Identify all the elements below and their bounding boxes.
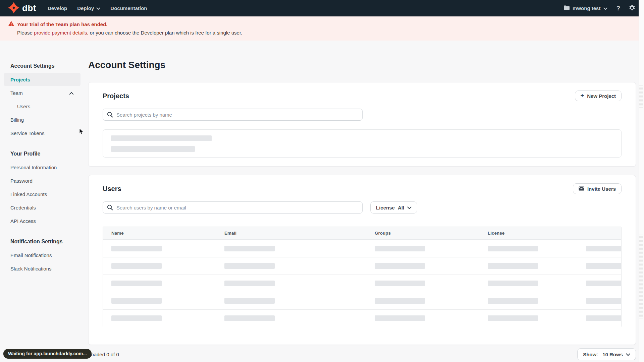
skeleton-bar — [111, 146, 195, 152]
skeleton-bar — [488, 246, 538, 251]
account-name: mwong test — [573, 5, 600, 11]
gear-icon[interactable] — [629, 5, 635, 12]
license-filter-dropdown[interactable]: License All — [370, 201, 417, 214]
skeleton-bar — [488, 315, 538, 321]
skeleton-bar — [224, 281, 275, 286]
projects-card-title: Projects — [103, 92, 129, 100]
sidebar-section-header-your-profile: Your Profile — [4, 147, 80, 161]
alert-triangle-icon — [8, 21, 14, 28]
folder-icon — [564, 5, 570, 11]
page-scrollbar[interactable] — [639, 0, 644, 362]
main-content: Account Settings Projects + New Project — [88, 59, 636, 360]
skeleton-bar — [111, 315, 162, 321]
users-table-footer: Loaded 0 of 0 Show: 10 Rows — [88, 348, 636, 360]
sidebar-section-header-account-settings: Account Settings — [4, 59, 80, 73]
page-title: Account Settings — [88, 59, 636, 71]
skeleton-bar — [224, 246, 275, 251]
plus-icon: + — [581, 93, 584, 99]
users-search — [103, 201, 363, 214]
sidebar-item-users[interactable]: Users — [4, 100, 80, 113]
skeleton-bar — [375, 281, 425, 286]
sidebar-item-team[interactable]: Team — [4, 86, 80, 100]
projects-card: Projects + New Project — [88, 82, 636, 167]
skeleton-bar — [111, 281, 162, 286]
sidebar-item-label: Users — [17, 104, 30, 109]
column-header-name: Name — [103, 231, 224, 236]
banner-title: Your trial of the Team plan has ended. — [17, 21, 108, 27]
skeleton-bar — [488, 281, 538, 286]
sidebar-item-personal-information[interactable]: Personal Information — [4, 161, 80, 174]
sidebar-section-header-notification-settings: Notification Settings — [4, 235, 80, 248]
chevron-down-icon — [626, 352, 630, 357]
banner-body: Please provide payment details, or you c… — [17, 30, 636, 36]
main-menu: Develop Deploy Documentation — [48, 5, 147, 11]
skeleton-bar — [224, 315, 275, 321]
sidebar-item-label: API Access — [10, 218, 36, 224]
sidebar-item-email-notifications[interactable]: Email Notifications — [4, 248, 80, 262]
sidebar-item-service-tokens[interactable]: Service Tokens — [4, 126, 80, 140]
users-card-title: Users — [103, 185, 121, 193]
invite-users-button[interactable]: Invite Users — [573, 183, 622, 194]
skeleton-bar — [586, 298, 621, 304]
chevron-down-icon — [603, 5, 607, 11]
nav-item-deploy[interactable]: Deploy — [77, 5, 100, 11]
skeleton-bar — [375, 263, 425, 269]
chevron-down-icon — [407, 205, 412, 210]
sidebar-item-label: Projects — [10, 77, 30, 82]
sidebar-item-label: Personal Information — [10, 165, 57, 170]
skeleton-bar — [111, 298, 162, 304]
scrollbar-shimmer — [639, 85, 643, 108]
dbt-logo-icon — [8, 2, 19, 15]
sidebar-item-label: Linked Accounts — [10, 191, 47, 197]
sidebar-item-password[interactable]: Password — [4, 174, 80, 187]
users-search-input[interactable] — [103, 201, 363, 214]
skeleton-bar — [375, 298, 425, 304]
table-row — [103, 309, 621, 327]
top-navbar: dbt Develop Deploy Documentation mwong t… — [0, 0, 644, 16]
nav-item-develop[interactable]: Develop — [48, 5, 67, 11]
sidebar-item-label: Service Tokens — [10, 130, 44, 136]
table-row — [103, 292, 621, 309]
projects-search — [103, 109, 363, 121]
sidebar-item-label: Credentials — [10, 205, 36, 210]
dbt-logo[interactable]: dbt — [8, 2, 36, 15]
sidebar-item-linked-accounts[interactable]: Linked Accounts — [4, 187, 80, 201]
skeleton-bar — [586, 315, 621, 321]
skeleton-bar — [586, 263, 621, 269]
table-row — [103, 275, 621, 292]
trial-ended-banner: Your trial of the Team plan has ended. P… — [0, 16, 644, 41]
chevron-up-icon — [69, 90, 74, 96]
search-icon — [107, 112, 113, 119]
provide-payment-details-link[interactable]: provide payment details — [34, 30, 87, 36]
sidebar-item-billing[interactable]: Billing — [4, 113, 80, 126]
sidebar-item-label: Slack Notifications — [10, 266, 52, 272]
rows-per-page-dropdown[interactable]: Show: 10 Rows — [577, 348, 636, 360]
skeleton-bar — [224, 263, 275, 269]
sidebar-item-slack-notifications[interactable]: Slack Notifications — [4, 262, 80, 275]
projects-search-input[interactable] — [103, 109, 363, 121]
column-header-groups: Groups — [375, 231, 488, 236]
loaded-count: Loaded 0 of 0 — [88, 352, 119, 357]
chevron-down-icon — [96, 5, 100, 11]
new-project-button[interactable]: + New Project — [575, 90, 622, 101]
skeleton-bar — [375, 315, 425, 321]
browser-status-toast: Waiting for app.launchdarkly.com... — [3, 349, 92, 359]
column-header-license: License — [488, 231, 586, 236]
users-card: Users Invite Users License All — [88, 175, 636, 345]
column-header-email: Email — [224, 231, 375, 236]
sidebar-item-api-access[interactable]: API Access — [4, 214, 80, 228]
sidebar-item-label: Billing — [10, 117, 24, 123]
skeleton-bar — [375, 246, 425, 251]
skeleton-bar — [586, 281, 621, 286]
users-table: Name Email Groups License — [103, 227, 622, 327]
sidebar-item-credentials[interactable]: Credentials — [4, 201, 80, 214]
skeleton-bar — [488, 298, 538, 304]
nav-item-documentation[interactable]: Documentation — [110, 5, 147, 11]
sidebar-item-label: Email Notifications — [10, 252, 52, 258]
envelope-icon — [579, 186, 584, 192]
help-icon[interactable]: ? — [616, 5, 620, 11]
sidebar-item-projects[interactable]: Projects — [4, 73, 80, 86]
sidebar-item-label: Password — [10, 178, 33, 184]
projects-loading-placeholder — [103, 129, 622, 158]
account-switcher[interactable]: mwong test — [564, 5, 607, 11]
